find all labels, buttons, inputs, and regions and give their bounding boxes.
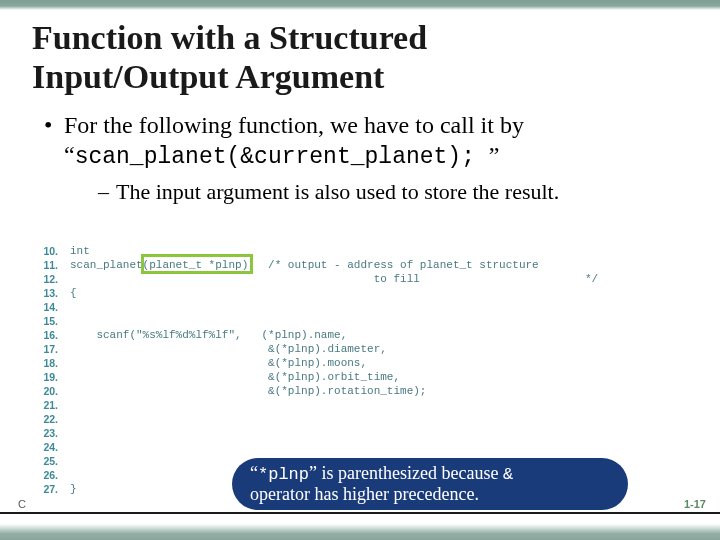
- title-line-1: Function with a Structured: [32, 19, 427, 56]
- line-num: 15.: [32, 314, 62, 328]
- callout-line-1: “*plnp” is parenthesized because &: [250, 463, 610, 485]
- bullet-list: For the following function, we have to c…: [32, 110, 688, 205]
- call-code-1: scan_planet(: [75, 144, 241, 170]
- code-line: &(*plnp).moons,: [70, 357, 367, 369]
- line-num: 18.: [32, 356, 62, 370]
- code-line: scan_planet(planet_t *plnp): [70, 259, 248, 271]
- line-num: 11.: [32, 258, 62, 272]
- line-num: 13.: [32, 286, 62, 300]
- slide-content: Function with a Structured Input/Output …: [0, 0, 720, 205]
- slide-bottom-border: [0, 524, 720, 540]
- line-num: 26.: [32, 468, 62, 482]
- call-code-2: current_planet);: [254, 144, 489, 170]
- code-line: }: [70, 483, 77, 495]
- callout-code: *plnp: [258, 465, 309, 484]
- sub-bullet-item: The input argument is also used to store…: [98, 178, 688, 206]
- line-num: 16.: [32, 328, 62, 342]
- code-line: &(*plnp).orbit_time,: [70, 371, 400, 383]
- slide-title: Function with a Structured Input/Output …: [32, 18, 688, 96]
- close-quote: ”: [489, 142, 500, 168]
- code-line: to fill */: [70, 273, 598, 285]
- copyright-stub: C: [18, 498, 26, 510]
- line-number-gutter: 10. 11. 12. 13. 14. 15. 16. 17. 18. 19. …: [32, 244, 62, 496]
- code-line: scanf("%s%lf%d%lf%lf", (*plnp).name,: [70, 329, 347, 341]
- bullet-item-1: For the following function, we have to c…: [44, 110, 688, 205]
- footer-rule: [0, 512, 720, 514]
- slide-top-border: [0, 0, 720, 10]
- code-comment: /* output - address of planet_t structur…: [268, 259, 539, 271]
- line-num: 20.: [32, 384, 62, 398]
- code-line: &(*plnp).diameter,: [70, 343, 387, 355]
- callout-open-quote: “: [250, 463, 258, 483]
- callout-text-1b: ” is parenthesized because: [309, 463, 503, 483]
- line-num: 17.: [32, 342, 62, 356]
- line-num: 21.: [32, 398, 62, 412]
- line-num: 14.: [32, 300, 62, 314]
- line-num: 22.: [32, 412, 62, 426]
- page-number: 1-17: [684, 498, 706, 510]
- title-line-2: Input/Output Argument: [32, 58, 384, 95]
- line-num: 10.: [32, 244, 62, 258]
- sub-bullet-list: The input argument is also used to store…: [64, 178, 688, 206]
- bullet-text-1: For the following function, we have to c…: [64, 112, 524, 138]
- ampersand-op: &: [240, 144, 254, 170]
- code-line: {: [70, 287, 77, 299]
- line-num: 24.: [32, 440, 62, 454]
- callout-bubble: “*plnp” is parenthesized because & opera…: [232, 458, 628, 510]
- open-quote: “: [64, 142, 75, 168]
- line-num: 12.: [32, 272, 62, 286]
- line-num: 19.: [32, 370, 62, 384]
- code-line: int: [70, 245, 90, 257]
- line-num: 25.: [32, 454, 62, 468]
- line-num: 23.: [32, 426, 62, 440]
- sub-bullet-text: The input argument is also used to store…: [116, 179, 559, 204]
- callout-line-2: operator has higher precedence.: [250, 484, 610, 505]
- callout-amp: &: [503, 465, 513, 484]
- line-num: 27.: [32, 482, 62, 496]
- code-line: &(*plnp).rotation_time);: [70, 385, 426, 397]
